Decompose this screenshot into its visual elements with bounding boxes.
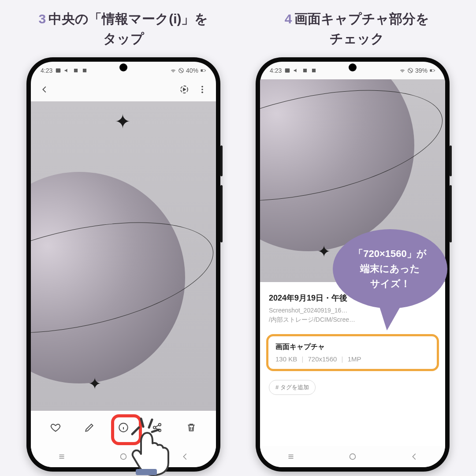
system-nav-bar [31, 446, 216, 467]
system-nav-bar [260, 446, 445, 467]
square-icon [82, 67, 88, 74]
pencil-icon [84, 422, 95, 433]
more-vertical-icon [197, 85, 207, 94]
sparkle-icon: ✦ [88, 375, 101, 393]
wifi-icon [170, 67, 176, 74]
add-tag-label: # タグを追加 [275, 384, 309, 390]
heart-icon [50, 422, 61, 433]
nav-back-icon[interactable] [409, 452, 419, 461]
svg-point-10 [201, 92, 203, 93]
status-time: 4:23 [270, 67, 282, 74]
status-battery-label: 39% [415, 67, 428, 74]
status-battery-label: 40% [186, 67, 198, 74]
phone-camera-notch [349, 63, 357, 71]
svg-rect-21 [430, 70, 432, 72]
image-icon [55, 67, 61, 74]
svg-rect-22 [435, 70, 435, 71]
more-button[interactable] [197, 85, 207, 96]
phone-camera-notch [119, 63, 127, 71]
step-text: 中央の「情報マーク(i)」を [48, 11, 208, 26]
edit-button[interactable] [79, 417, 100, 439]
square-icon [302, 67, 308, 74]
battery-icon [429, 67, 435, 74]
back-button[interactable] [40, 85, 49, 96]
step-text: タップ [103, 31, 144, 46]
phone-screen: 4:23 40% [31, 62, 216, 467]
callout-bubble: 「720×1560」が 端末にあった サイズ！ [333, 229, 447, 309]
svg-rect-17 [303, 69, 307, 72]
square-icon [73, 67, 79, 74]
step-number: 4 [285, 11, 292, 26]
phone-side-button [220, 145, 223, 176]
file-size: 130 KB [275, 355, 297, 363]
info-filename-path: Screenshot_20240919_16… /内部ストレージ/DCIM/Sc… [269, 306, 436, 324]
nav-back-icon[interactable] [180, 452, 190, 461]
svg-point-8 [201, 86, 203, 88]
no-signal-icon [178, 67, 184, 74]
phone-side-button [220, 185, 223, 242]
svg-rect-1 [74, 69, 78, 72]
step-number: 3 [38, 11, 46, 26]
svg-rect-5 [201, 70, 203, 72]
trash-icon [186, 422, 197, 433]
add-tag-chip[interactable]: # タグを追加 [269, 380, 316, 395]
svg-rect-16 [285, 68, 290, 72]
motion-photo-button[interactable] [179, 84, 190, 97]
app-top-bar [31, 79, 216, 101]
battery-icon [200, 67, 206, 74]
image-dimensions: 720x1560 [308, 355, 337, 363]
step-text: 画面キャプチャ部分を [294, 11, 429, 26]
svg-rect-28 [136, 469, 157, 475]
bubble-line: サイズ！ [370, 278, 410, 289]
step-text: チェック [330, 31, 384, 46]
motion-photo-icon [179, 84, 190, 95]
favorite-button[interactable] [45, 417, 66, 439]
megapixels: 1MP [348, 355, 361, 363]
svg-rect-18 [312, 69, 316, 72]
info-path: /内部ストレージ/DCIM/Scree… [269, 316, 355, 323]
phone-side-button [450, 185, 452, 242]
bubble-line: 「720×1560」が [353, 248, 427, 259]
phone-mockup-left: 4:23 40% [26, 57, 220, 472]
megaphone-icon [64, 67, 70, 74]
screen-capture-details: 画面キャプチャ 130 KB | 720x1560 | 1MP [266, 334, 439, 371]
megaphone-icon [293, 67, 299, 74]
tap-hand-icon [128, 420, 181, 476]
svg-rect-6 [205, 70, 206, 71]
phone-side-button [450, 145, 452, 176]
svg-rect-2 [83, 69, 86, 72]
status-time: 4:23 [41, 67, 52, 74]
separator: | [301, 355, 303, 363]
home-icon[interactable] [348, 452, 357, 461]
svg-point-23 [350, 454, 356, 460]
image-viewer[interactable]: ✦ ✦ [31, 101, 216, 423]
step-3-heading: 3中央の「情報マーク(i)」を タップ [13, 9, 234, 48]
separator: | [342, 355, 343, 363]
image-info-panel: 2024年9月19日・午後 Screenshot_20240919_16… /内… [260, 282, 445, 446]
svg-point-15 [121, 454, 126, 460]
sparkle-icon: ✦ [115, 110, 131, 133]
svg-point-9 [201, 89, 203, 90]
bubble-line: 端末にあった [360, 263, 420, 274]
chevron-left-icon [40, 85, 49, 94]
capture-title: 画面キャプチャ [275, 342, 430, 352]
step-4-heading: 4画面キャプチャ部分を チェック [247, 9, 467, 48]
delete-button[interactable] [181, 417, 201, 439]
wifi-icon [399, 67, 405, 74]
svg-rect-0 [56, 68, 61, 72]
no-signal-icon [407, 67, 413, 74]
recent-apps-icon[interactable] [57, 452, 67, 461]
info-filename: Screenshot_20240919_16… [269, 307, 347, 314]
square-icon [311, 67, 317, 74]
capture-meta: 130 KB | 720x1560 | 1MP [275, 355, 430, 363]
home-icon[interactable] [119, 452, 128, 461]
sparkle-icon: ✦ [317, 242, 331, 261]
image-icon [284, 67, 290, 74]
recent-apps-icon[interactable] [286, 452, 296, 461]
